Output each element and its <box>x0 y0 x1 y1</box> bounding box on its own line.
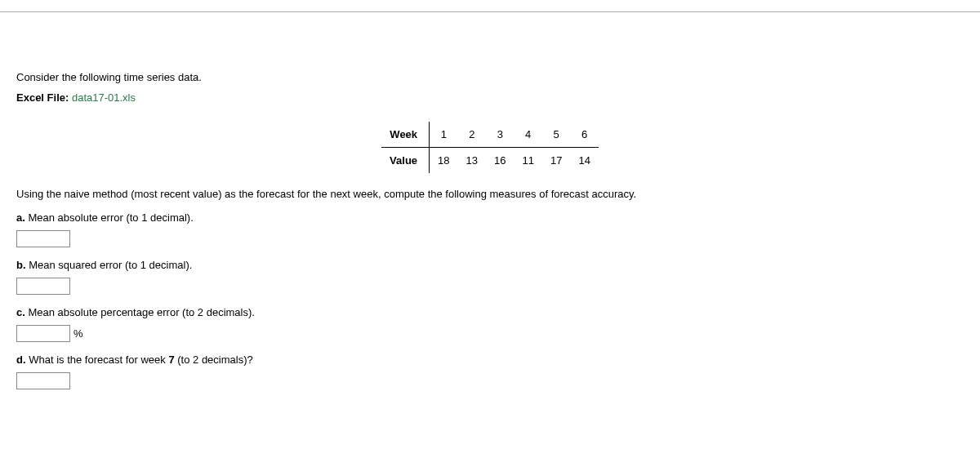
intro-text: Consider the following time series data. <box>16 71 964 83</box>
table-row: Value 18 13 16 11 17 14 <box>381 148 599 174</box>
answer-a-row <box>16 230 964 247</box>
question-b: b. Mean squared error (to 1 decimal). <box>16 259 964 271</box>
excel-file-link[interactable]: data17-01.xls <box>72 91 136 104</box>
question-c-letter: c. <box>16 306 25 318</box>
week-cell: 2 <box>458 122 486 148</box>
value-label: Value <box>381 148 429 174</box>
week-cell: 4 <box>514 122 541 148</box>
week-label: Week <box>381 122 429 148</box>
answer-c-row: % <box>16 325 964 342</box>
question-a-letter: a. <box>16 211 25 224</box>
question-c: c. Mean absolute percentage error (to 2 … <box>16 306 964 318</box>
answer-d-input[interactable] <box>16 372 70 389</box>
percent-unit: % <box>74 327 83 340</box>
excel-label: Excel File: <box>16 91 69 104</box>
question-b-letter: b. <box>16 259 26 271</box>
question-a: a. Mean absolute error (to 1 decimal). <box>16 211 964 224</box>
time-series-table: Week 1 2 3 4 5 6 Value 18 13 16 11 17 14 <box>381 122 599 173</box>
excel-file-line: Excel File: data17-01.xls <box>16 91 964 104</box>
instruction-text: Using the naive method (most recent valu… <box>16 188 964 200</box>
value-cell: 18 <box>430 148 458 174</box>
value-cell: 16 <box>486 148 514 174</box>
question-d-bold: 7 <box>168 354 174 366</box>
question-d: d. What is the forecast for week 7 (to 2… <box>16 354 964 366</box>
week-cell: 6 <box>570 122 598 148</box>
value-cell: 13 <box>458 148 486 174</box>
value-cell: 14 <box>570 148 598 174</box>
question-d-text-post: (to 2 decimals)? <box>175 354 253 366</box>
answer-b-input[interactable] <box>16 278 70 295</box>
problem-content: Consider the following time series data.… <box>0 12 980 389</box>
value-cell: 11 <box>514 148 541 174</box>
answer-a-input[interactable] <box>16 230 70 247</box>
question-a-text: Mean absolute error (to 1 decimal). <box>25 211 194 224</box>
answer-b-row <box>16 278 964 295</box>
question-c-text: Mean absolute percentage error (to 2 dec… <box>25 306 255 318</box>
table-row: Week 1 2 3 4 5 6 <box>381 122 599 148</box>
week-cell: 5 <box>542 122 570 148</box>
week-cell: 1 <box>430 122 458 148</box>
question-d-letter: d. <box>16 354 26 366</box>
answer-d-row <box>16 372 964 389</box>
answer-c-input[interactable] <box>16 325 70 342</box>
week-cell: 3 <box>486 122 514 148</box>
value-cell: 17 <box>542 148 570 174</box>
question-b-text: Mean squared error (to 1 decimal). <box>26 259 193 271</box>
question-d-text-pre: What is the forecast for week <box>26 354 169 366</box>
